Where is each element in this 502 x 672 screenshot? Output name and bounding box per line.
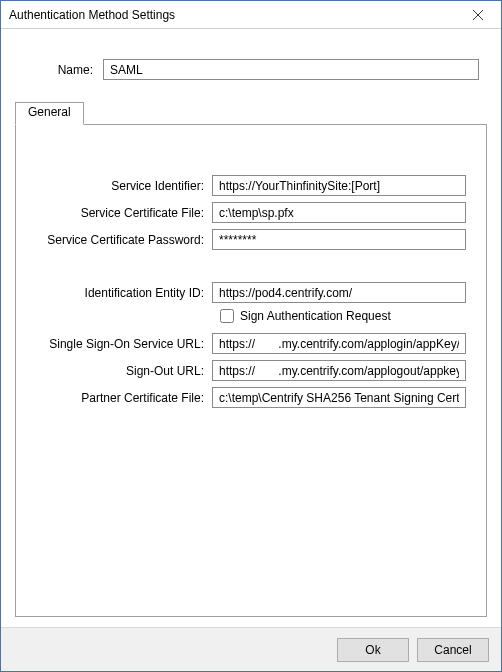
label-sso-url: Single Sign-On Service URL: <box>36 337 212 351</box>
cancel-button[interactable]: Cancel <box>417 638 489 662</box>
dialog-window: Authentication Method Settings Name: Gen… <box>0 0 502 672</box>
row-ident-entity-id: Identification Entity ID: <box>36 282 466 303</box>
input-sso-url[interactable] <box>212 333 466 354</box>
tab-general[interactable]: General <box>15 102 84 125</box>
titlebar: Authentication Method Settings <box>1 1 501 29</box>
row-signout-url: Sign-Out URL: <box>36 360 466 381</box>
tabstrip: General <box>15 102 487 124</box>
input-service-identifier[interactable] <box>212 175 466 196</box>
row-sign-request: Sign Authentication Request <box>220 309 466 323</box>
tab-area: General Service Identifier: Service Cert… <box>15 102 487 617</box>
input-partner-cert-file[interactable] <box>212 387 466 408</box>
name-label: Name: <box>23 63 103 77</box>
window-title: Authentication Method Settings <box>9 8 175 22</box>
row-service-cert-pass: Service Certificate Password: <box>36 229 466 250</box>
label-service-cert-pass: Service Certificate Password: <box>36 233 212 247</box>
close-icon <box>473 10 483 20</box>
input-service-cert-file[interactable] <box>212 202 466 223</box>
row-partner-cert-file: Partner Certificate File: <box>36 387 466 408</box>
row-service-cert-file: Service Certificate File: <box>36 202 466 223</box>
row-service-identifier: Service Identifier: <box>36 175 466 196</box>
footer: Ok Cancel <box>1 627 501 671</box>
input-ident-entity-id[interactable] <box>212 282 466 303</box>
label-service-identifier: Service Identifier: <box>36 179 212 193</box>
content-area: Name: General Service Identifier: Servic… <box>1 29 501 627</box>
checkbox-sign-request[interactable] <box>220 309 234 323</box>
name-input[interactable] <box>103 59 479 80</box>
ok-button[interactable]: Ok <box>337 638 409 662</box>
close-button[interactable] <box>455 1 501 28</box>
label-ident-entity-id: Identification Entity ID: <box>36 286 212 300</box>
name-row: Name: <box>23 59 479 80</box>
label-sign-request: Sign Authentication Request <box>240 309 391 323</box>
row-sso-url: Single Sign-On Service URL: <box>36 333 466 354</box>
label-partner-cert-file: Partner Certificate File: <box>36 391 212 405</box>
tab-panel-general: Service Identifier: Service Certificate … <box>15 124 487 617</box>
label-service-cert-file: Service Certificate File: <box>36 206 212 220</box>
label-signout-url: Sign-Out URL: <box>36 364 212 378</box>
input-service-cert-pass[interactable] <box>212 229 466 250</box>
input-signout-url[interactable] <box>212 360 466 381</box>
